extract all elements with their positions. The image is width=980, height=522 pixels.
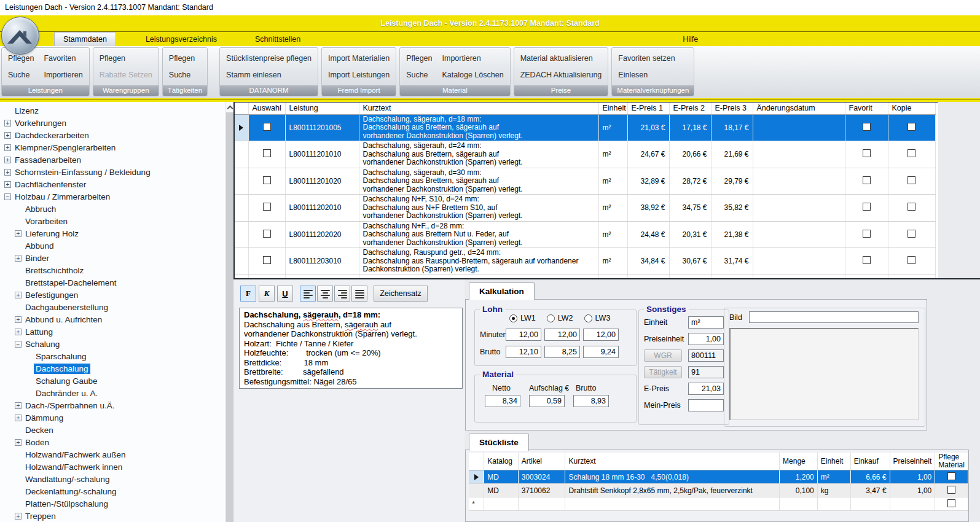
- favorit-checkbox[interactable]: [863, 123, 871, 131]
- column-header-kopie[interactable]: Kopie: [888, 103, 935, 114]
- column-header-einheit[interactable]: Einheit: [598, 103, 627, 114]
- expand-icon[interactable]: +: [4, 181, 11, 188]
- pflege-material-checkbox[interactable]: [947, 472, 955, 480]
- ribbon-button-zedach-aktualisierung[interactable]: ZEDACH Aktualisierung: [520, 68, 602, 82]
- expand-icon[interactable]: +: [4, 144, 11, 151]
- tree-scrollbar[interactable]: [225, 102, 233, 522]
- tree-item-befestigungen[interactable]: +Befestigungen: [0, 289, 225, 301]
- underline-button[interactable]: U: [277, 286, 293, 302]
- expand-icon[interactable]: +: [4, 132, 11, 139]
- tree-item-lizenz[interactable]: Lizenz: [0, 104, 225, 117]
- ribbon-button-import-leistungen[interactable]: Import Leistungen: [328, 68, 390, 82]
- tree-item-lieferung-holz[interactable]: +Lieferung Holz: [0, 227, 225, 240]
- tree-item-brettschichtholz[interactable]: Brettschichtholz: [0, 264, 225, 276]
- tree-item-holzbau-zimmerarbeiten[interactable]: −Holzbau / Zimmerarbeiten: [0, 190, 225, 203]
- auswahl-checkbox[interactable]: [263, 123, 271, 131]
- tree-item-brettstapel-dachelement[interactable]: Brettstapel-Dachelement: [0, 276, 225, 289]
- column-header-änderungsdatum[interactable]: Änderungsdatum: [753, 103, 845, 114]
- tree-item-vorkehrungen[interactable]: +Vorkehrungen: [0, 117, 225, 129]
- scrollbar-thumb[interactable]: [226, 112, 233, 522]
- ribbon-button-stücklistenpreise-pflegen[interactable]: Stücklistenpreise pflegen: [226, 52, 312, 65]
- expand-icon[interactable]: +: [4, 157, 11, 163]
- expand-icon[interactable]: +: [4, 169, 11, 176]
- ribbon-button-einlesen[interactable]: Einlesen: [618, 68, 675, 82]
- brutto-lw3-field[interactable]: [583, 346, 619, 358]
- tab-stueckliste[interactable]: Stückliste: [469, 434, 529, 451]
- aufschlag-field[interactable]: [529, 395, 565, 407]
- tab-hilfe[interactable]: Hilfe: [674, 33, 707, 46]
- tree-item-schornstein-einfassung-bekleidung[interactable]: +Schornstein-Einfassung / Bekleidung: [0, 166, 225, 178]
- expand-icon[interactable]: +: [15, 439, 22, 446]
- ribbon-button-kataloge-löschen[interactable]: Kataloge Löschen: [442, 68, 504, 82]
- ribbon-button-import-materialien[interactable]: Import Materialien: [328, 52, 390, 65]
- kopie-checkbox[interactable]: [907, 256, 915, 264]
- stueckliste-row[interactable]: *: [469, 497, 968, 511]
- radio-unselected-icon[interactable]: [584, 314, 592, 322]
- stueckliste-row[interactable]: MD3710062Drahtstift Senkkopf 2,8x65 mm, …: [469, 484, 968, 497]
- brutto-lw2-field[interactable]: [544, 346, 580, 358]
- column-header-artikel[interactable]: Artikel: [518, 453, 565, 470]
- kopie-checkbox[interactable]: [907, 123, 915, 131]
- kopie-checkbox[interactable]: [907, 230, 915, 238]
- brutto-lw1-field[interactable]: [506, 346, 541, 358]
- column-header-e-preis-1[interactable]: E-Preis 1: [627, 103, 669, 114]
- tab-stammdaten[interactable]: Stammdaten: [54, 32, 116, 46]
- expand-icon[interactable]: +: [15, 316, 22, 323]
- expand-icon[interactable]: +: [15, 513, 22, 520]
- table-row[interactable]: L800111202010Dachschalung N+F, S10, d=24…: [235, 195, 935, 222]
- netto-field[interactable]: [485, 395, 520, 407]
- align-center-button[interactable]: [317, 286, 333, 302]
- ribbon-button-pflegen[interactable]: Pflegen: [169, 52, 195, 65]
- kopie-checkbox[interactable]: [907, 149, 915, 157]
- column-header-einheit[interactable]: Einheit: [817, 453, 850, 470]
- column-header-kurztext[interactable]: Kurztext: [359, 103, 598, 114]
- column-header-kurztext[interactable]: Kurztext: [565, 453, 780, 470]
- tree-item-abbund[interactable]: Abbund: [0, 240, 225, 252]
- auswahl-checkbox[interactable]: [263, 203, 271, 211]
- auswahl-checkbox[interactable]: [263, 256, 271, 264]
- column-header-preiseinheit[interactable]: Preiseinheit: [890, 453, 935, 470]
- tree-item-binder[interactable]: +Binder: [0, 252, 225, 264]
- tree-item-vorarbeiten[interactable]: Vorarbeiten: [0, 215, 225, 227]
- kurztext-editor[interactable]: Dachschalung, sägerauh, d=18 mm:Dachscha…: [239, 308, 463, 389]
- expand-icon[interactable]: +: [15, 230, 22, 237]
- minuten-lw1-field[interactable]: [506, 329, 541, 341]
- ribbon-button-stamm-einlesen[interactable]: Stamm einlesen: [226, 68, 312, 82]
- tree-item-schalung[interactable]: −Schalung: [0, 338, 225, 350]
- kopie-checkbox[interactable]: [907, 203, 915, 211]
- tree-item-schalung-gaube[interactable]: Schalung Gaube: [0, 375, 225, 387]
- tree-item-dachgaubenerstellung[interactable]: Dachgaubenerstellung: [0, 301, 225, 313]
- tree-item-dachschalung[interactable]: Dachschalung: [0, 362, 225, 375]
- tree-item-dachdeckerarbeiten[interactable]: +Dachdeckerarbeiten: [0, 129, 225, 141]
- collapse-icon[interactable]: −: [15, 341, 22, 348]
- tree-item-lattung[interactable]: +Lattung: [0, 325, 225, 338]
- auswahl-checkbox[interactable]: [263, 149, 271, 157]
- tree-item-wandlattung-schalung[interactable]: Wandlattung/-schalung: [0, 473, 225, 485]
- ribbon-button-rabatte-setzen[interactable]: Rabatte Setzen: [100, 68, 152, 82]
- ribbon-button-suche[interactable]: Suche: [406, 68, 432, 82]
- wgr-field[interactable]: [688, 349, 724, 362]
- table-row[interactable]: L800111201020Dachschalung, sägerauh, d=3…: [235, 168, 935, 195]
- column-header-katalog[interactable]: Katalog: [484, 453, 518, 470]
- align-right-button[interactable]: [334, 286, 350, 302]
- scroll-up-icon[interactable]: [225, 102, 233, 112]
- favorit-checkbox[interactable]: [863, 149, 871, 157]
- expand-icon[interactable]: +: [15, 415, 22, 421]
- tree-item-holzwand-fachwerk-innen[interactable]: Holzwand/Fachwerk innen: [0, 461, 225, 473]
- ribbon-button-favoriten[interactable]: Favoriten: [44, 52, 82, 65]
- pflege-material-checkbox[interactable]: [947, 486, 955, 494]
- expand-icon[interactable]: +: [4, 120, 11, 127]
- stueckliste-row[interactable]: MD3003024Schalung 18 mm 16-30 4,50(0,018…: [469, 470, 968, 484]
- tree-item-boden[interactable]: +Boden: [0, 436, 225, 448]
- tree-item-dach-sperrbahnen-u-ä[interactable]: +Dach-/Sperrbahnen u.Ä.: [0, 399, 225, 411]
- einheit-field[interactable]: [688, 316, 724, 329]
- epreis-field[interactable]: [688, 383, 724, 395]
- tree-item-fassadenarbeiten[interactable]: +Fassadenarbeiten: [0, 154, 225, 166]
- column-header-leistung[interactable]: Leistung: [285, 103, 359, 114]
- ribbon-button-pflegen[interactable]: Pflegen: [100, 52, 152, 65]
- table-row[interactable]: L800111203010Dachschalung, Rauspund getr…: [235, 248, 935, 275]
- tree-item-treppen[interactable]: +Treppen: [0, 510, 225, 522]
- tree-item-sparschalung[interactable]: Sparschalung: [0, 350, 225, 362]
- taetigkeit-field[interactable]: [688, 366, 724, 378]
- tree-item-dämmung[interactable]: +Dämmung: [0, 411, 225, 424]
